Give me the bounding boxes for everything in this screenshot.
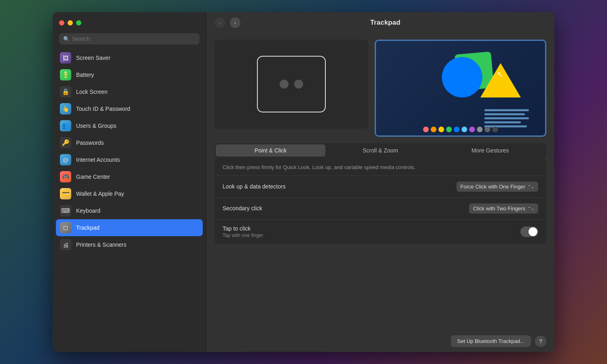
tap-click-toggle[interactable] [520,226,538,237]
color-dot-5 [462,127,467,132]
color-dots [423,127,498,132]
sidebar-item-battery[interactable]: 🔋 Battery [56,66,203,83]
color-dot-6 [469,127,475,132]
sidebar-item-keyboard[interactable]: ⌨ Keyboard [56,202,203,219]
sidebar-item-label-passwords: Passwords [76,140,104,146]
sidebar: 🔍 🖼 Screen Saver 🔋 Battery 🔒 Lock Screen… [53,12,206,352]
desktop-line-3 [484,117,529,119]
setting-row-lookup: Look up & data detectors Force Click wit… [214,176,546,198]
sidebar-item-lock-screen[interactable]: 🔒 Lock Screen [56,83,203,100]
settings-panel: Click then press firmly for Quick Look, … [214,158,546,244]
sidebar-item-label-battery: Battery [76,72,94,78]
sidebar-item-label-internet-accounts: Internet Accounts [76,157,120,163]
close-button[interactable] [59,20,64,25]
desktop-preview: ↖ [375,40,546,137]
sidebar-item-passwords[interactable]: 🔑 Passwords [56,134,203,151]
sidebar-item-game-center[interactable]: 🎮 Game Center [56,168,203,185]
search-icon: 🔍 [63,36,70,42]
sidebar-item-label-users-groups: Users & Groups [76,123,117,129]
tab-point-click[interactable]: Point & Click [216,144,325,157]
system-preferences-window: 🔍 🖼 Screen Saver 🔋 Battery 🔒 Lock Screen… [53,12,554,352]
tap-click-sublabel: Tap with one finger [223,233,263,238]
lookup-label: Look up & data detectors [223,183,286,190]
tap-click-label: Tap to click [223,225,263,232]
sidebar-item-icon-keyboard: ⌨ [60,205,71,216]
sidebar-item-icon-game-center: 🎮 [60,171,71,182]
sidebar-item-icon-lock-screen: 🔒 [60,86,71,97]
sidebar-item-icon-battery: 🔋 [60,69,71,80]
sidebar-item-touch-id[interactable]: 👆 Touch ID & Password [56,100,203,117]
shape-yellow [480,63,521,97]
sidebar-item-trackpad[interactable]: ◻ Trackpad [56,219,203,236]
color-dot-3 [446,127,452,132]
setting-description: Click then press firmly for Quick Look, … [214,158,546,176]
sidebar-item-icon-wallet: 💳 [60,188,71,199]
main-panel: ‹ › Trackpad [206,12,554,352]
shape-blue [442,57,482,97]
sidebar-item-label-lock-screen: Lock Screen [76,89,108,95]
sidebar-titlebar [53,12,206,33]
secondary-click-value: Click with Two Fingers [473,205,525,212]
color-dot-2 [439,127,444,132]
tap-click-labels: Tap to click Tap with one finger [223,225,263,238]
sidebar-item-label-trackpad: Trackpad [76,224,100,231]
toggle-knob [528,227,537,236]
back-button[interactable]: ‹ [214,17,225,28]
search-bar[interactable]: 🔍 [59,33,200,44]
forward-button[interactable]: › [230,17,240,28]
cursor-icon: ↖ [497,70,503,78]
lookup-dropdown[interactable]: Force Click with One Finger ⌃⌄ [456,182,538,192]
sidebar-item-label-screen-saver: Screen Saver [76,55,110,61]
search-input[interactable] [72,36,195,42]
sidebar-item-label-game-center: Game Center [76,174,110,180]
desktop-lines [484,109,529,127]
sidebar-item-icon-users-groups: 👥 [60,120,71,131]
lookup-chevron: ⌃⌄ [528,184,534,189]
sidebar-item-printers[interactable]: 🖨 Printers & Scanners [56,236,203,253]
fullscreen-button[interactable] [76,20,81,25]
lookup-value: Force Click with One Finger [461,184,525,190]
tabs-row: Point & Click Scroll & Zoom More Gesture… [214,143,546,158]
trackpad-dot-left [280,80,289,89]
color-dot-9 [492,127,498,132]
sidebar-item-wallet[interactable]: 💳 Wallet & Apple Pay [56,185,203,202]
trackpad-preview [214,40,368,129]
main-titlebar: ‹ › Trackpad [206,12,554,33]
bottom-bar: Set Up Bluetooth Trackpad... ? [206,330,554,352]
sidebar-item-internet-accounts[interactable]: @ Internet Accounts [56,151,203,168]
sidebar-item-label-wallet: Wallet & Apple Pay [76,190,124,197]
sidebar-item-icon-screen-saver: 🖼 [60,52,71,63]
minimize-button[interactable] [68,20,73,25]
desktop-inner: ↖ [376,41,545,135]
help-button[interactable]: ? [535,336,546,347]
setup-bluetooth-button[interactable]: Set Up Bluetooth Trackpad... [451,335,531,347]
secondary-click-label: Secondary click [223,205,262,212]
sidebar-item-icon-printers: 🖨 [60,239,71,250]
preview-row: ↖ [214,40,546,137]
secondary-click-dropdown[interactable]: Click with Two Fingers ⌃⌄ [469,203,538,214]
setting-row-tap-click: Tap to click Tap with one finger [214,220,546,244]
trackpad-dot-right [294,80,303,89]
trackpad-graphic [257,56,326,112]
sidebar-item-icon-internet-accounts: @ [60,154,71,165]
sidebar-item-label-keyboard: Keyboard [76,207,100,214]
sidebar-item-users-groups[interactable]: 👥 Users & Groups [56,117,203,134]
secondary-click-chevron: ⌃⌄ [528,206,534,211]
desktop-line-4 [484,121,521,123]
sidebar-item-icon-passwords: 🔑 [60,137,71,148]
main-content: ↖ Point & Click Scroll & Zoom More Gestu… [206,33,554,330]
desktop-line-2 [484,113,525,115]
color-dot-0 [423,127,429,132]
sidebar-item-label-touch-id: Touch ID & Password [76,106,130,112]
sidebar-item-screen-saver[interactable]: 🖼 Screen Saver [56,49,203,66]
sidebar-item-icon-touch-id: 👆 [60,103,71,114]
color-dot-1 [431,127,437,132]
tab-more-gestures[interactable]: More Gestures [435,144,545,157]
desktop-line-1 [484,109,529,111]
setting-row-secondary-click: Secondary click Click with Two Fingers ⌃… [214,198,546,220]
sidebar-item-label-printers: Printers & Scanners [76,241,127,248]
tab-scroll-zoom[interactable]: Scroll & Zoom [325,144,435,157]
color-dot-4 [454,127,460,132]
sidebar-item-icon-trackpad: ◻ [60,222,71,233]
page-title: Trackpad [245,19,525,27]
